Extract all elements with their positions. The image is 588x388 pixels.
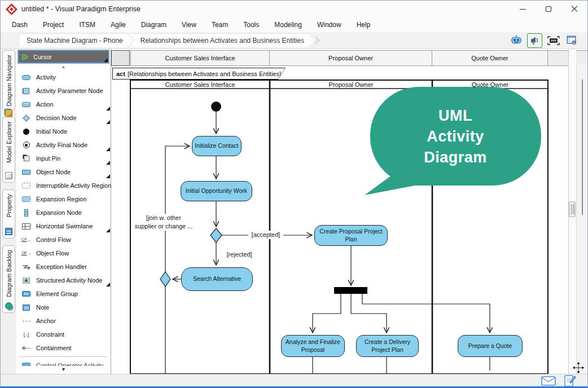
toolbox-item-expansion-region[interactable]: Expansion Region — [16, 192, 111, 206]
node-analyze-and-finalize-proposal[interactable]: Analyze and Finalize Proposal — [281, 335, 345, 357]
tab-property[interactable]: Property — [2, 189, 15, 239]
toolbox-item-decision-node[interactable]: Decision Node — [16, 111, 111, 125]
menu-agile[interactable]: Agile — [111, 21, 126, 29]
diagram-canvas[interactable]: Customer Sales Interface Proposal Owner … — [111, 49, 588, 374]
toolbox-item-cursor[interactable]: Cursor — [17, 50, 109, 64]
breadcrumb-item-current[interactable]: Relationships between Activates and Busi… — [129, 34, 314, 47]
assistant-bot-button[interactable] — [508, 33, 524, 48]
control-operator-activity-icon — [22, 363, 30, 366]
object-flow-icon — [21, 249, 31, 258]
diagram-connectors — [111, 49, 568, 374]
toolbox-item-initial-node[interactable]: Initial Node — [16, 125, 111, 138]
activity-parameter-node-icon — [23, 88, 29, 94]
node-initialize-contact[interactable]: Initialize Contact — [192, 136, 242, 156]
control-flow-icon — [21, 235, 31, 245]
toolbox-item-object-flow[interactable]: Object Flow — [16, 246, 111, 260]
object-node-icon — [22, 170, 30, 175]
toolbox-scroll-up[interactable]: ▲ — [16, 64, 111, 70]
toolbox-item-containment[interactable]: Containment — [16, 341, 111, 355]
chevron-right-icon — [312, 37, 319, 44]
submenu-corner-icon — [106, 107, 110, 111]
constraint-icon — [21, 330, 31, 340]
initial-node-icon — [23, 129, 29, 135]
toolbox-item-exception-handler[interactable]: Exception Handler — [16, 260, 111, 274]
lane-title-proposal-owner[interactable]: Proposal Owner — [271, 80, 431, 89]
menu-modeling[interactable]: Modeling — [274, 21, 302, 29]
close-button[interactable] — [561, 1, 587, 17]
panel-layout-button[interactable] — [564, 33, 580, 48]
tab-model-explorer[interactable]: Model Explorer — [2, 117, 15, 183]
toolbox-scroll-down[interactable]: ▼ — [16, 367, 111, 372]
scrollbar-thumb[interactable] — [582, 80, 583, 215]
diagram-backlog-icon — [5, 302, 12, 310]
toolbox-item-label: Cursor — [33, 54, 52, 60]
toolbox-item-control-flow[interactable]: Control Flow — [16, 233, 111, 246]
menubar: Dash Project ITSM Agile Diagram View Tea… — [1, 17, 587, 32]
lane-title-quote-owner[interactable]: Quote Owner — [433, 80, 547, 89]
decision-node[interactable] — [210, 228, 222, 242]
activity-icon — [22, 75, 30, 80]
toolbox-item-expansion-node[interactable]: Expansion Node — [16, 206, 111, 219]
tab-label: Property — [6, 194, 12, 218]
maximize-button[interactable] — [536, 1, 561, 17]
submenu-corner-icon — [106, 147, 110, 151]
node-create-proposal-project-plan[interactable]: Create Proposal Project Plan — [314, 225, 388, 246]
mail-icon[interactable] — [541, 376, 556, 386]
toolbox-item-element-group[interactable]: EGElement Group — [16, 287, 111, 301]
menu-view[interactable]: View — [182, 21, 196, 29]
toolbox-item-activity-parameter-node[interactable]: Activity Parameter Node — [16, 84, 111, 98]
announcement-button[interactable] — [527, 33, 542, 48]
toolbox-item-control-operator-activity[interactable]: Control Operator Activity — [16, 359, 111, 366]
breadcrumb-toolbar: State Machine Diagram - Phone Relationsh… — [1, 32, 587, 49]
decision-node-icon — [23, 114, 30, 122]
initial-node[interactable] — [211, 102, 221, 112]
menu-window[interactable]: Window — [317, 21, 341, 29]
edge-label-rejected[interactable]: [rejected] — [222, 250, 257, 259]
toolbox-item-activity-final-node[interactable]: Activity Final Node — [16, 138, 111, 152]
submenu-corner-icon — [104, 58, 108, 62]
expansion-node-icon — [24, 209, 28, 217]
fork-bar[interactable] — [334, 287, 367, 294]
node-initial-opportunity-work[interactable]: Initial Opportunity Work — [181, 181, 252, 201]
menu-tools[interactable]: Tools — [243, 21, 259, 29]
node-create-a-delivery-project-plan[interactable]: Create a Delivery Project Plan — [356, 335, 419, 357]
toolbox-item-activity[interactable]: Activity — [16, 70, 111, 84]
menu-dash[interactable]: Dash — [12, 21, 28, 29]
expansion-region-icon — [22, 196, 30, 202]
close-icon — [571, 6, 578, 12]
toolbox-item-object-node[interactable]: Object Node — [16, 165, 111, 179]
toolbox-item-note[interactable]: Note — [16, 301, 111, 314]
menu-itsm[interactable]: ITSM — [79, 21, 95, 29]
edge-label-join[interactable]: [join w. other supplier or change ... — [131, 214, 196, 231]
merge-node[interactable] — [160, 272, 170, 286]
structured-activity-node-icon: A — [23, 277, 30, 284]
menu-project[interactable]: Project — [43, 21, 64, 29]
node-prepare-a-quote[interactable]: Prepare a Quote — [458, 335, 523, 357]
statusbar — [1, 374, 587, 387]
panel-layers-icon — [567, 36, 578, 46]
toolbox-item-anchor[interactable]: Anchor — [16, 314, 111, 328]
toolbox-item-constraint[interactable]: Constraint — [16, 328, 111, 341]
containment-icon — [21, 343, 31, 353]
breadcrumb-item-parent[interactable]: State Machine Diagram - Phone — [20, 34, 133, 47]
edit-document-icon[interactable] — [564, 374, 576, 387]
toolbox-item-interruptible-activity-region[interactable]: Interruptible Activity Region — [16, 179, 111, 192]
menu-team[interactable]: Team — [212, 21, 228, 29]
exception-handler-icon — [21, 262, 31, 272]
tab-diagram-navigator[interactable]: Diagram Navigator — [2, 50, 15, 111]
menu-help[interactable]: Help — [357, 21, 371, 29]
menu-diagram[interactable]: Diagram — [141, 21, 166, 29]
splitter-grip[interactable] — [569, 201, 576, 217]
tab-diagram-backlog[interactable]: Diagram Backlog — [2, 245, 15, 313]
vertical-scrollbar[interactable] — [576, 64, 588, 374]
node-search-alternative[interactable]: Search Alternative — [181, 267, 253, 291]
lane-title-customer-sales-interface[interactable]: Customer Sales Interface — [131, 80, 269, 89]
fit-selection-button[interactable] — [546, 33, 561, 48]
toolbox-item-structured-activity-node[interactable]: AStructured Activity Node — [16, 274, 111, 287]
toolbox-item-horizontal-swimlane[interactable]: Horizontal Swimlane — [16, 219, 111, 233]
minimize-button[interactable] — [510, 1, 536, 17]
toolbox-item-input-pin[interactable]: Input Pin — [16, 152, 111, 165]
edge-label-accepted[interactable]: [accepted] — [248, 231, 283, 239]
toolbox-item-action[interactable]: Action — [16, 98, 111, 111]
diagram-toolbox: Cursor ▲ Activity Activity Parameter Nod… — [16, 49, 111, 374]
